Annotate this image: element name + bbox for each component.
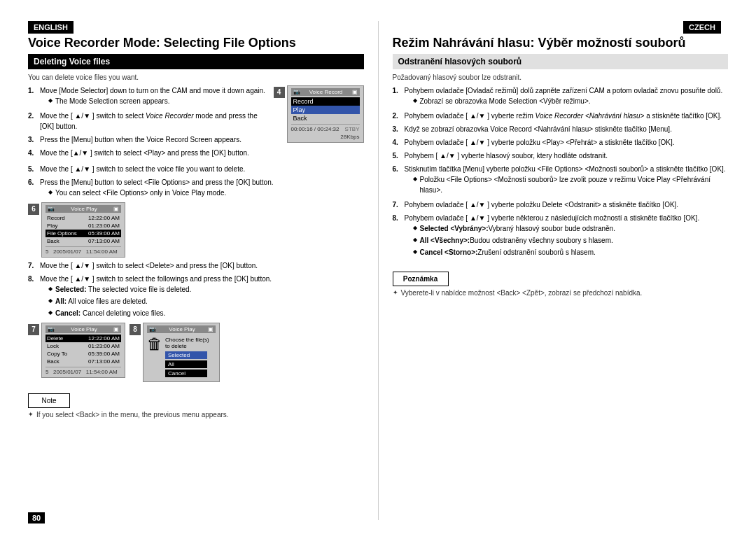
title-cz: Režim Nahrávání hlasu: Výběr možností so…	[393, 36, 729, 51]
step-num-8: 8.	[28, 274, 38, 320]
bullet-cz-6: Položku <File Options> <Možnosti souborů…	[413, 174, 729, 195]
screen-4-progress: 00:00:16 / 00:24:32 STBY	[291, 126, 360, 132]
step-content-6: Press the [Menu] button to select <File …	[40, 177, 364, 199]
page: ENGLISH Voice Recorder Mode: Selecting F…	[0, 0, 756, 534]
screen-8-title: 📷 Voice Play ▣	[147, 325, 216, 333]
step-cz-4: 4. Pohybem ovladače [ ▲/▼ ] vyberte polo…	[393, 137, 729, 148]
page-number: 80	[28, 512, 45, 524]
bullet-cz-8-1: Selected <Vybrány>:Vybraný hlasový soubo…	[413, 223, 729, 234]
screen-4-record[interactable]: Record	[291, 97, 360, 106]
screen-6-back[interactable]: Back07:13:00 AM	[46, 237, 121, 245]
poznamka-box: Poznámka	[393, 272, 449, 286]
screen-8-choose: Choose the file(s)to delete	[165, 337, 209, 349]
step-content-8: Move the [ ▲/▼ ] switch to select the fo…	[40, 274, 364, 320]
lang-badge-cz: CZECH	[683, 21, 721, 34]
step-4: 4. Move the [▲/▼ ] switch to select <Pla…	[28, 148, 268, 158]
screen-7-footer: 5 2005/01/07 11:54:00 AM	[46, 369, 121, 375]
step-cz-5: 5. Pohybem [ ▲/▼ ] vyberte hlasový soubo…	[393, 150, 729, 161]
col-right: Odstranění hlasových souborů Požadovaný …	[378, 54, 729, 419]
step-6: 6. Press the [Menu] button to select <Fi…	[28, 177, 364, 199]
screen-6-row: 6 📷 Voice Play ▣ Record12:22:00 AM Play0…	[28, 202, 364, 258]
bullet-cz-1: Zobrazí se obrazovka Mode Selection <Výb…	[413, 96, 729, 106]
screen-6-title: 📷 Voice Play ▣	[46, 205, 121, 213]
steps-left-2: 5. Move the [ ▲/▼ ] switch to select the…	[28, 164, 364, 199]
step-num-6: 6.	[28, 177, 38, 199]
step-8: 8. Move the [ ▲/▼ ] switch to select the…	[28, 274, 364, 320]
steps-left: 1. Move [Mode Selector] down to turn on …	[28, 85, 268, 161]
center-divider	[378, 21, 379, 520]
step-cz-3: 3. Když se zobrazí obrazovka Voice Recor…	[393, 124, 729, 134]
title-en: Voice Recorder Mode: Selecting File Opti…	[28, 36, 364, 51]
step-content-1: Move [Mode Selector] down to turn on the…	[40, 85, 268, 108]
step-num-5: 5.	[28, 164, 38, 174]
screen-6-record[interactable]: Record12:22:00 AM	[46, 214, 121, 222]
screen-7-title: 📷 Voice Play ▣	[46, 325, 121, 333]
step-num-2: 2.	[28, 111, 38, 132]
step-content-2: Move the [ ▲/▼ ] switch to select Voice …	[40, 111, 268, 132]
screen-6-footer: 5 2005/01/07 11:54:00 AM	[46, 248, 121, 255]
step-3: 3. Press the [Menu] button when the Voic…	[28, 134, 268, 145]
lang-badge-en: ENGLISH	[28, 21, 74, 34]
step-2: 2. Move the [ ▲/▼ ] switch to select Voi…	[28, 111, 268, 132]
bullet-1-1: The Mode Selection screen appears.	[48, 96, 268, 106]
step-num-7: 7.	[28, 260, 38, 271]
screen-4: 📷 Voice Record ▣ Record Play Back 00:00:…	[287, 85, 364, 143]
step-1: 1. Move [Mode Selector] down to turn on …	[28, 85, 268, 108]
screen-7-delete[interactable]: Delete12:22:00 AM	[46, 335, 121, 342]
screen-4-kbps: 28Kbps	[291, 134, 360, 140]
bullet-8-1: Selected: The selected voice file is del…	[48, 284, 364, 295]
bullet-8-3: Cancel: Cancel deleting voice files.	[48, 308, 364, 318]
steps-left-3: 7. Move the [ ▲/▼ ] switch to select <De…	[28, 260, 364, 320]
screen-6-play[interactable]: Play01:23:00 AM	[46, 222, 121, 230]
step-cz-8: 8. Pohybem ovladače [ ▲/▼ ] vyberte někt…	[393, 213, 729, 259]
poznamka-bullet: Vyberete-li v nabídce možnost <Back> <Zp…	[393, 289, 729, 297]
screen-4-cam-icon: 📷	[293, 89, 300, 95]
screen-num-7: 7	[28, 324, 39, 335]
step-num-4: 4.	[28, 148, 38, 158]
step-num-3: 3.	[28, 134, 38, 145]
col-left: Deleting Voice files You can delete voic…	[28, 54, 378, 419]
step-content-4: Move the [▲/▼ ] switch to select <Play> …	[40, 148, 268, 158]
step-cz-7: 7. Pohybem ovladače [ ▲/▼ ] vyberte polo…	[393, 199, 729, 210]
bullet-6-1: You can select <File Options> only in Vo…	[48, 188, 364, 198]
step-content-5: Move the [ ▲/▼ ] switch to select the vo…	[40, 164, 364, 174]
screen-4-title: 📷 Voice Record ▣	[291, 88, 360, 96]
screen-6: 📷 Voice Play ▣ Record12:22:00 AM Play01:…	[41, 202, 125, 258]
screen-7-copyto[interactable]: Copy To05:39:00 AM	[46, 350, 121, 358]
steps-right: 1. Pohybem ovladače [Ovladač režimů] dol…	[393, 85, 729, 259]
screen-7-lock[interactable]: Lock01:23:00 AM	[46, 342, 121, 350]
screen-8: 📷 Voice Play ▣ 🗑 Choose the file(s)to de…	[143, 323, 220, 382]
step-7: 7. Move the [ ▲/▼ ] switch to select <De…	[28, 260, 364, 271]
note-area: Note If you select <Back> in the menu, t…	[28, 388, 364, 419]
section-header-left: Deleting Voice files	[28, 54, 364, 69]
section-header-right: Odstranění hlasových souborů	[393, 54, 729, 69]
step-cz-6: 6. Stisknutím tlačítka [Menu] vyberte po…	[393, 164, 729, 197]
step-cz-2: 2. Pohybem ovladače [ ▲/▼ ] vyberte reži…	[393, 111, 729, 121]
bullet-cz-8-3: Cancel <Storno>:Zrušení odstranění soubo…	[413, 247, 729, 258]
screen-7-back[interactable]: Back07:13:00 AM	[46, 358, 121, 365]
screen-num-6: 6	[28, 204, 39, 215]
step-num-1: 1.	[28, 85, 38, 108]
screen-7: 📷 Voice Play ▣ Delete12:22:00 AM Lock01:…	[41, 323, 125, 378]
screen-4-play[interactable]: Play	[291, 106, 360, 114]
intro-right: Požadovaný hlasový soubor lze odstranit.	[393, 73, 729, 81]
bullet-cz-8-2: All <Všechny>:Budou odstraněny všechny s…	[413, 235, 729, 246]
screen-8-content: 🗑 Choose the file(s)to delete Selected A…	[147, 335, 216, 379]
note-box: Note	[28, 393, 70, 408]
screen-6-fileoptions[interactable]: File Options05:39:00 AM	[46, 230, 121, 237]
screen-8-selected[interactable]: Selected	[165, 351, 207, 359]
poznamka-area: Poznámka Vyberete-li v nabídce možnost <…	[393, 266, 729, 297]
intro-left: You can delete voice files you want.	[28, 73, 364, 81]
screen-4-back[interactable]: Back	[291, 114, 360, 122]
step-content-7: Move the [ ▲/▼ ] switch to select <Delet…	[40, 260, 364, 271]
step-content-3: Press the [Menu] button when the Voice R…	[40, 134, 268, 145]
screen-4-divider	[291, 124, 360, 125]
trash-icon: 🗑	[147, 337, 162, 377]
screens-7-8: 7 📷 Voice Play ▣ Delete12:22:00 AM Lock0…	[28, 323, 364, 382]
screen-8-cancel[interactable]: Cancel	[165, 370, 207, 377]
screen-4-container: 4 📷 Voice Record ▣ Record Play Back	[274, 85, 364, 161]
screen-num-4: 4	[274, 87, 285, 98]
screen-8-all[interactable]: All	[165, 360, 207, 368]
step-cz-1: 1. Pohybem ovladače [Ovladač režimů] dol…	[393, 85, 729, 108]
bullet-8-2: All: All voice files are deleted.	[48, 296, 364, 307]
